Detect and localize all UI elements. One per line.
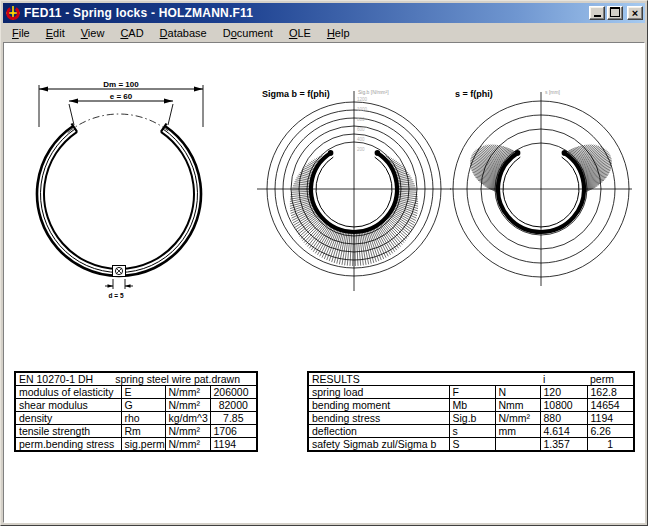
cell-unit: N/mm² — [165, 399, 210, 412]
material-header-row: EN 10270-1 DHspring steel wire pat.drawn — [15, 372, 257, 386]
maximize-button[interactable] — [607, 6, 623, 20]
cell-label: deflection — [308, 425, 449, 438]
cell-symbol: E — [121, 386, 165, 399]
material-header-cell: EN 10270-1 DHspring steel wire pat.drawn — [15, 372, 257, 386]
cell-symbol: G — [121, 399, 165, 412]
cell-unit: N/mm² — [495, 412, 540, 425]
results-col-i: i — [540, 372, 587, 386]
menubar: File Edit View CAD Database Document OLE… — [3, 24, 645, 42]
table-row: tensile strength Rm N/mm² 1706 — [15, 425, 257, 438]
dim-e-label: e = 60 — [110, 92, 133, 101]
table-row: deflection s mm 4.614 6.26 — [308, 425, 634, 438]
app-window: FED11 - Spring locks - HOLZMANN.F11 × Fi… — [0, 0, 648, 526]
drawing-area: Dm = 100 e = 60 d = 5 Sigma b = f(phi) S… — [3, 42, 645, 523]
deflection-diagram-geometry — [450, 92, 632, 286]
table-row: bending stress Sig.b N/mm² 880 1194 — [308, 412, 634, 425]
table-row: spring load F N 120 162.8 — [308, 386, 634, 399]
cell-unit: kg/dm^3 — [165, 412, 210, 425]
sigma-tick: 600 — [357, 127, 365, 132]
cell-unit: N/mm² — [165, 438, 210, 452]
cell-label: spring load — [308, 386, 449, 399]
cell-symbol: Rm — [121, 425, 165, 438]
cell-value-perm: 6.26 — [587, 425, 634, 438]
cell-symbol: S — [449, 438, 495, 452]
cell-unit — [495, 438, 540, 452]
cell-value-perm: 162.8 — [587, 386, 634, 399]
sigma-tick: 1200 — [357, 97, 368, 102]
cell-value-i: 120 — [540, 386, 587, 399]
close-icon: × — [632, 7, 638, 19]
cell-label: shear modulus — [15, 399, 121, 412]
menu-view[interactable]: View — [73, 25, 113, 42]
cell-value: 206000 — [210, 386, 257, 399]
cell-label: modulus of elasticity — [15, 386, 121, 399]
sigma-tick: 1000 — [357, 107, 368, 112]
cell-value-i: 10800 — [540, 399, 587, 412]
cell-label: density — [15, 412, 121, 425]
menu-database[interactable]: Database — [152, 25, 215, 42]
window-controls: × — [589, 6, 643, 20]
cell-value-i: 1.357 — [540, 438, 587, 452]
app-icon — [5, 5, 21, 21]
sigma-polar-diagram: Sigma b = f(phi) Sig.b [N/mm²] 1200 1000… — [254, 84, 454, 298]
cell-value: 82000 — [210, 399, 257, 412]
deflection-axis-label: s [mm] — [545, 89, 561, 95]
cell-symbol: Sig.b — [449, 412, 495, 425]
cell-label: bending moment — [308, 399, 449, 412]
cell-label: safety Sigmab zul/Sigma b — [308, 438, 449, 452]
menu-document[interactable]: Document — [215, 25, 281, 42]
menu-file[interactable]: File — [4, 25, 38, 42]
spring-lock-drawing: Dm = 100 e = 60 d = 5 — [16, 79, 231, 309]
table-row: density rho kg/dm^3 7.85 — [15, 412, 257, 425]
cell-label: tensile strength — [15, 425, 121, 438]
cell-symbol: sig.perm — [121, 438, 165, 452]
material-table: EN 10270-1 DHspring steel wire pat.drawn… — [14, 371, 258, 452]
cell-symbol: F — [449, 386, 495, 399]
results-col-perm: perm — [587, 372, 634, 386]
cell-unit: N/mm² — [165, 425, 210, 438]
close-button[interactable]: × — [627, 6, 643, 20]
sigma-tick: 200 — [357, 147, 365, 152]
cell-unit: mm — [495, 425, 540, 438]
material-description: spring steel wire pat.drawn — [115, 373, 240, 385]
cell-value: 1706 — [210, 425, 257, 438]
titlebar[interactable]: FED11 - Spring locks - HOLZMANN.F11 × — [3, 3, 645, 23]
sigma-diagram-title: Sigma b = f(phi) — [262, 89, 330, 99]
menu-ole[interactable]: OLE — [281, 25, 319, 42]
cell-symbol: s — [449, 425, 495, 438]
spring-lock-geometry — [37, 85, 203, 289]
menu-edit[interactable]: Edit — [38, 25, 73, 42]
cell-value-perm: 1194 — [587, 412, 634, 425]
table-row: safety Sigmab zul/Sigma b S 1.357 1 — [308, 438, 634, 452]
dim-d-label: d = 5 — [109, 292, 124, 299]
cell-value: 7.85 — [210, 412, 257, 425]
cell-symbol: Mb — [449, 399, 495, 412]
cell-value-perm: 1 — [587, 438, 634, 452]
sigma-tick: 800 — [357, 117, 365, 122]
sigma-diagram-geometry — [257, 91, 451, 291]
results-header-row: RESULTS i perm — [308, 372, 634, 386]
cell-unit: N — [495, 386, 540, 399]
cell-symbol: rho — [121, 412, 165, 425]
results-header-cell: RESULTS — [308, 372, 540, 386]
cell-unit: N/mm² — [165, 386, 210, 399]
minimize-button[interactable] — [589, 6, 605, 20]
dim-dm-label: Dm = 100 — [103, 80, 139, 89]
cell-label: bending stress — [308, 412, 449, 425]
deflection-diagram-title: s = f(phi) — [455, 89, 493, 99]
cell-label: perm.bending stress — [15, 438, 121, 452]
menu-help[interactable]: Help — [319, 25, 358, 42]
results-table: RESULTS i perm spring load F N 120 162.8… — [307, 371, 635, 452]
sigma-tick: 400 — [357, 137, 365, 142]
table-row: shear modulus G N/mm² 82000 — [15, 399, 257, 412]
menu-cad[interactable]: CAD — [112, 25, 151, 42]
deflection-polar-diagram: s = f(phi) s [mm] — [449, 84, 641, 298]
cell-value: 1194 — [210, 438, 257, 452]
cell-value-i: 4.614 — [540, 425, 587, 438]
cell-value-perm: 14654 — [587, 399, 634, 412]
cell-value-i: 880 — [540, 412, 587, 425]
sigma-axis-label: Sig.b [N/mm²] — [358, 89, 389, 95]
table-row: modulus of elasticity E N/mm² 206000 — [15, 386, 257, 399]
material-name: EN 10270-1 DH — [19, 373, 93, 385]
table-row: bending moment Mb Nmm 10800 14654 — [308, 399, 634, 412]
